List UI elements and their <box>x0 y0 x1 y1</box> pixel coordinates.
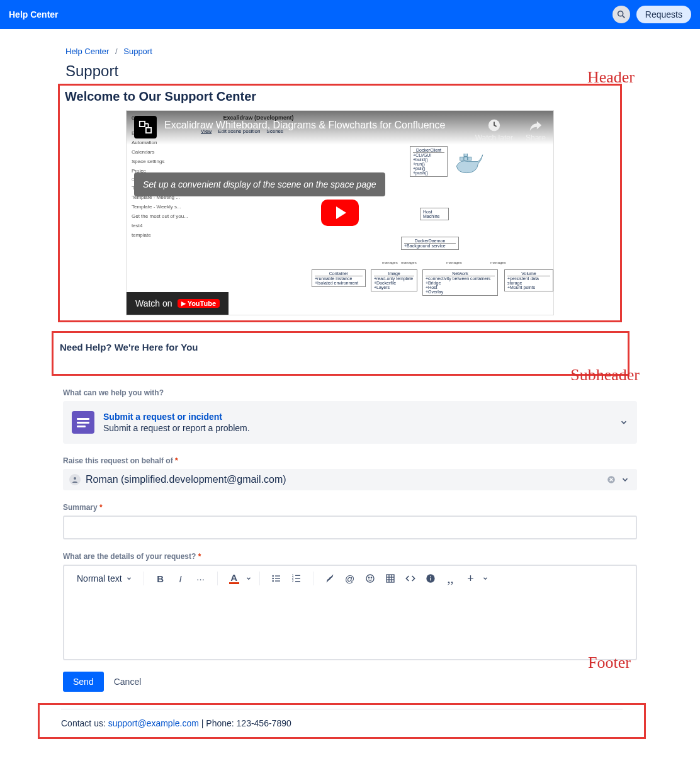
svg-rect-14 <box>275 575 280 576</box>
svg-rect-34 <box>430 578 431 581</box>
svg-rect-4 <box>468 157 471 160</box>
diag-image: Image <box>374 271 414 276</box>
emoji-icon <box>365 573 375 584</box>
diag-container: Container <box>315 271 363 276</box>
diag-volume: Volume <box>507 271 550 276</box>
diag-network: Network <box>426 271 495 276</box>
code-icon <box>405 573 415 584</box>
info-button[interactable] <box>422 570 439 587</box>
whale-icon <box>454 154 485 176</box>
topbar: Help Center Requests <box>0 0 700 29</box>
footer-divider <box>61 709 623 709</box>
details-label: What are the details of your request? * <box>63 552 637 561</box>
request-type-icon <box>72 411 94 434</box>
breadcrumb-current[interactable]: Support <box>123 47 152 56</box>
bold-button[interactable]: B <box>152 570 169 587</box>
breadcrumb: Help Center / Support <box>63 47 637 62</box>
thumb-side-item: test4 <box>129 221 193 230</box>
search-icon <box>616 9 626 20</box>
quote-button[interactable]: ,, <box>442 570 460 587</box>
code-button[interactable] <box>402 570 419 587</box>
svg-point-13 <box>272 575 274 577</box>
person-icon <box>69 474 81 485</box>
clear-button[interactable] <box>607 475 616 484</box>
diag-client: DockerClient <box>413 148 444 153</box>
table-button[interactable] <box>381 570 399 587</box>
cancel-button[interactable]: Cancel <box>114 677 142 687</box>
svg-text:3: 3 <box>291 579 293 582</box>
svg-rect-22 <box>295 578 300 578</box>
video-title[interactable]: Excalidraw Whiteboard, Diagrams & Flowch… <box>164 116 445 131</box>
topbar-right: Requests <box>612 6 691 23</box>
svg-point-27 <box>371 577 371 578</box>
chevron-down-icon[interactable] <box>246 575 252 582</box>
search-button[interactable] <box>612 6 630 23</box>
chevron-down-icon[interactable] <box>621 475 629 484</box>
chevron-down-icon[interactable] <box>482 575 488 582</box>
editor-textarea[interactable] <box>64 591 636 659</box>
quote-icon: ,, <box>448 572 454 586</box>
video-tooltip: Set up a convenient display of the scene… <box>134 172 385 196</box>
at-icon: @ <box>345 573 354 584</box>
link-icon <box>325 573 335 584</box>
behalf-label: Raise this request on behalf of * <box>63 456 637 465</box>
video-channel-icon <box>134 116 157 138</box>
text-color-button[interactable]: A <box>225 570 243 587</box>
svg-rect-5 <box>464 154 467 157</box>
breadcrumb-separator: / <box>111 47 121 56</box>
more-formatting-button[interactable]: ··· <box>192 570 210 587</box>
text-color-icon: A <box>229 573 239 584</box>
insert-button[interactable]: + <box>462 570 480 587</box>
video-top-right: Watch later Share <box>475 116 546 142</box>
svg-point-0 <box>618 11 623 16</box>
close-icon <box>607 475 616 484</box>
thumb-side-item: Space settings <box>129 157 193 166</box>
bullet-list-button[interactable] <box>268 570 285 587</box>
chevron-down-icon <box>619 418 628 427</box>
thumb-side-item: Template - Weekly s... <box>129 202 193 211</box>
breadcrumb-home[interactable]: Help Center <box>65 47 109 56</box>
svg-rect-20 <box>295 575 300 576</box>
thumb-side-item: Get the most out of you... <box>129 211 193 221</box>
svg-rect-2 <box>460 157 463 160</box>
footer-email-link[interactable]: support@example.com <box>108 718 199 728</box>
svg-point-25 <box>366 575 374 582</box>
plus-icon: + <box>467 572 474 585</box>
video-embed[interactable]: ct space Excalidraw (Development) Blogs … <box>126 110 554 315</box>
link-button[interactable] <box>321 570 339 587</box>
send-button[interactable]: Send <box>63 672 104 692</box>
numbered-list-icon: 123 <box>291 573 302 584</box>
ellipsis-icon: ··· <box>196 573 205 584</box>
mention-button[interactable]: @ <box>341 570 359 587</box>
summary-label: Summary * <box>63 503 637 512</box>
requests-button[interactable]: Requests <box>636 6 691 23</box>
request-type-select[interactable]: Submit a request or incident Submit a re… <box>63 401 637 444</box>
behalf-select[interactable]: Roman (simplified.development@gmail.com) <box>63 469 637 490</box>
summary-input[interactable] <box>63 516 637 539</box>
bold-icon: B <box>157 573 164 584</box>
svg-line-1 <box>623 16 625 18</box>
text-style-select[interactable]: Normal text <box>73 571 136 586</box>
subheader-heading: Need Help? We're Here for You <box>60 342 621 352</box>
svg-rect-16 <box>275 578 280 578</box>
svg-point-17 <box>272 580 274 582</box>
thumb-side-item: Calendars <box>129 147 193 157</box>
share-button[interactable]: Share <box>526 118 546 142</box>
play-button[interactable] <box>321 200 359 226</box>
svg-point-35 <box>430 576 431 577</box>
what-label: What can we help you with? <box>63 388 637 397</box>
svg-point-26 <box>368 577 369 578</box>
numbered-list-button[interactable]: 123 <box>288 570 305 587</box>
watch-later-button[interactable]: Watch later <box>475 118 513 142</box>
video-overlay-bottom[interactable]: Watch on YouTube <box>127 292 229 315</box>
footer-text: Contact us: support@example.com | Phone:… <box>61 718 623 728</box>
emoji-button[interactable] <box>361 570 379 587</box>
video-wrap: ct space Excalidraw (Development) Blogs … <box>60 110 620 320</box>
subheader-redbox: Need Help? We're Here for You <box>52 331 629 376</box>
chevron-down-icon <box>126 575 132 582</box>
svg-rect-7 <box>146 128 151 133</box>
svg-point-15 <box>272 578 274 580</box>
topbar-title[interactable]: Help Center <box>9 9 59 20</box>
svg-rect-18 <box>275 580 280 581</box>
italic-button[interactable]: I <box>172 570 189 587</box>
